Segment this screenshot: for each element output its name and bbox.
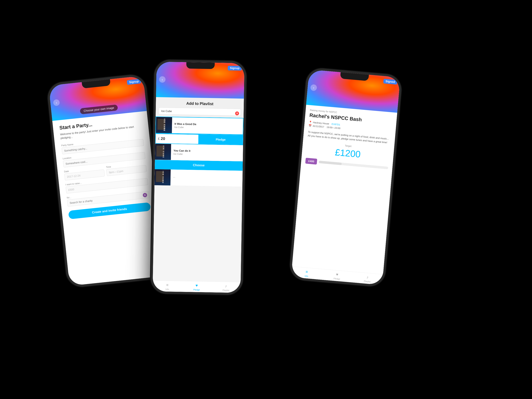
playlist-icon: ♪	[225, 284, 227, 288]
album-art-3: ICE CUBE	[154, 169, 171, 186]
location-text: Hackney House	[313, 121, 329, 125]
playlist-label-center: Playlist	[222, 289, 229, 291]
time-field: Time	[106, 162, 147, 176]
song-artist-2: Ice Cube	[173, 152, 240, 156]
song-title-3: ···	[173, 176, 240, 180]
calendar-icon: 📅	[309, 124, 312, 127]
nav-playlist-center[interactable]: ♪ Playlist	[211, 283, 241, 292]
pledge-amount-input[interactable]	[161, 136, 171, 141]
date-field: Date	[64, 166, 105, 180]
info-icon-right: ≡	[305, 269, 308, 274]
nav-pledge-center[interactable]: ♥ Pledge	[182, 283, 211, 291]
back-btn-left[interactable]: ‹	[53, 99, 60, 106]
back-btn-center[interactable]: ‹	[159, 76, 165, 83]
nav-pledge-right[interactable]: ♥ Pledge	[322, 271, 353, 281]
pledge-icon-right: ♥	[336, 272, 338, 277]
phone-right: Signed ‹ Raising money for NSPCC Rachel'…	[289, 67, 403, 287]
progress-bar-bg	[319, 161, 388, 169]
song-title-1: It Was a Good Da	[174, 122, 240, 126]
time-text: 19:00—23:00	[327, 126, 341, 130]
signup-badge-center: Signup	[228, 66, 242, 70]
event-content: Raising money for NSPCC Rachel's NSPCC B…	[292, 105, 397, 274]
pledge-submit-btn[interactable]: Pledge	[199, 135, 243, 145]
choose-image-btn[interactable]: Choose your own image	[80, 104, 118, 114]
pledge-label-right: Pledge	[333, 277, 340, 280]
phone-left: Signup ‹ Choose your own image Start a P…	[46, 73, 166, 288]
pledge-row: £ Pledge	[155, 133, 243, 145]
song-list: ICE CUBE It Was a Good Da Ice Cube £	[153, 116, 244, 282]
song-info-3: ···	[171, 176, 242, 180]
signed-badge-right: Signed	[383, 79, 397, 85]
back-btn-right[interactable]: ‹	[310, 84, 317, 91]
album-art-2: ICE CUBE	[155, 144, 171, 160]
nav-info-center[interactable]: ≡ Info	[153, 283, 182, 291]
info-label-center: Info	[165, 288, 169, 291]
info-icon: ≡	[166, 283, 168, 287]
song-info-2: You Can do it Ice Cube	[171, 149, 243, 156]
song-item-1[interactable]: ICE CUBE It Was a Good Da Ice Cube	[155, 116, 244, 135]
pound-sign: £	[158, 137, 160, 140]
phone-center: Signup ‹ Add to Plavlist ✕	[151, 60, 247, 295]
album-art-1: ICE CUBE	[156, 117, 172, 133]
event-code-text: EV87D1	[331, 122, 340, 126]
start-party-content: Start a Party... Welcome to the party! J…	[52, 111, 164, 286]
song-item-3[interactable]: ICE CUBE ···	[154, 169, 243, 187]
search-bar-wrap: ✕	[156, 108, 244, 118]
raised-badge: £400	[305, 158, 317, 165]
playlist-icon-right: ♪	[367, 275, 369, 279]
nav-info-right[interactable]: ≡ Info	[291, 268, 322, 279]
pledge-amount-wrap: £	[156, 134, 199, 144]
bottom-nav-center: ≡ Info ♥ Pledge ♪ Playlist	[153, 281, 241, 293]
add-to-playlist-title: Add to Plavlist	[156, 97, 244, 109]
nav-playlist-right[interactable]: ♪ Playlist	[352, 273, 383, 284]
song-info-1: It Was a Good Da Ice Cube	[172, 122, 243, 130]
signup-badge-left: Signup	[127, 79, 141, 85]
pledge-label-center: Pledge	[193, 289, 200, 291]
song-item-2[interactable]: ICE CUBE You Can do it Ice Cube	[155, 144, 243, 161]
info-label-right: Info	[304, 275, 308, 278]
choose-btn[interactable]: Choose	[155, 160, 243, 171]
song-artist-1: Ice Cube	[174, 126, 240, 129]
notch-center	[186, 62, 215, 69]
pledge-icon: ♥	[196, 283, 198, 288]
search-input[interactable]	[158, 108, 241, 116]
location-icon: 📍	[309, 120, 312, 124]
date-text: 31/11/2017	[312, 124, 324, 128]
playlist-label-right: Playlist	[364, 280, 371, 283]
progress-bar-fill	[319, 161, 342, 165]
playlist-content: Add to Plavlist ✕ ICE CUBE	[153, 97, 244, 293]
